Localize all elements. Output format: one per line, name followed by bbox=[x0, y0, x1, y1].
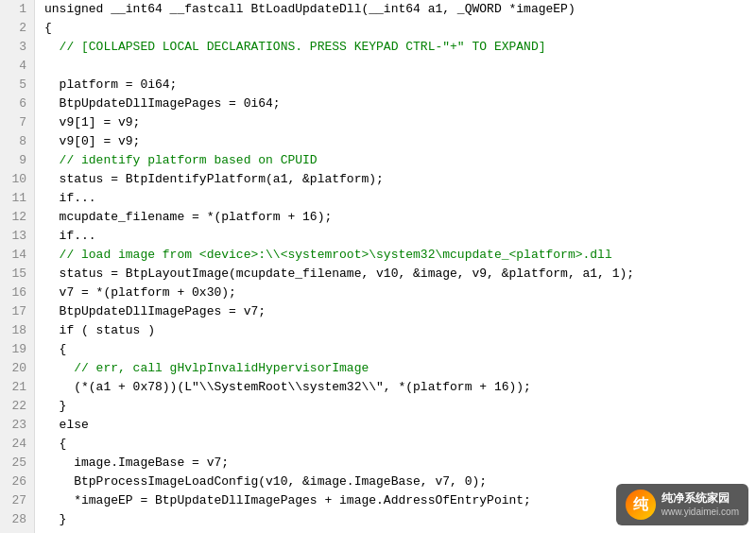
line-num: 11 bbox=[8, 189, 26, 208]
code-line: { bbox=[44, 435, 756, 454]
code-viewer: 1234567891011121314151617181920212223242… bbox=[0, 0, 756, 533]
code-line: if... bbox=[44, 227, 756, 246]
line-num: 22 bbox=[8, 397, 26, 416]
code-line: { bbox=[44, 19, 756, 38]
code-line: platform = 0i64; bbox=[44, 76, 756, 95]
code-line: status = BtpLayoutImage(mcupdate_filenam… bbox=[44, 265, 756, 284]
line-num: 3 bbox=[8, 38, 26, 57]
code-token: { bbox=[44, 19, 52, 38]
code-token: } bbox=[44, 510, 66, 529]
code-token: status = BtpIdentifyPlatform(a1, &platfo… bbox=[44, 170, 384, 189]
line-num: 25 bbox=[8, 454, 26, 473]
code-token: else bbox=[44, 416, 89, 435]
code-token: *imageEP = BtpUpdateDllImagePages + imag… bbox=[44, 491, 531, 510]
line-numbers: 1234567891011121314151617181920212223242… bbox=[0, 0, 35, 533]
code-area: 1234567891011121314151617181920212223242… bbox=[0, 0, 756, 533]
line-num: 12 bbox=[8, 208, 26, 227]
line-num: 28 bbox=[8, 510, 26, 529]
line-num: 2 bbox=[8, 19, 26, 38]
code-token: status = BtpLayoutImage(mcupdate_filenam… bbox=[44, 265, 634, 284]
code-token: if... bbox=[44, 189, 96, 208]
code-line: else bbox=[44, 416, 756, 435]
code-line: } bbox=[44, 397, 756, 416]
watermark: 纯 纯净系统家园 www.yidaimei.com bbox=[616, 484, 748, 525]
code-line: v9[1] = v9; bbox=[44, 113, 756, 132]
code-token: // identify platform based on CPUID bbox=[44, 151, 318, 170]
code-token: } bbox=[44, 397, 66, 416]
code-token: platform = 0i64; bbox=[44, 76, 177, 95]
code-token: unsigned __int64 __fastcall BtLoadUpdate… bbox=[44, 0, 576, 19]
line-num: 1 bbox=[8, 0, 26, 19]
line-num: 8 bbox=[8, 132, 26, 151]
code-token: BtpUpdateDllImagePages = v7; bbox=[44, 302, 266, 321]
line-num: 21 bbox=[8, 378, 26, 397]
line-num: 13 bbox=[8, 227, 26, 246]
line-num: 27 bbox=[8, 491, 26, 510]
code-token: image.ImageBase = v7; bbox=[44, 454, 229, 473]
code-line: // identify platform based on CPUID bbox=[44, 151, 756, 170]
code-line: { bbox=[44, 340, 756, 359]
code-line: unsigned __int64 __fastcall BtLoadUpdate… bbox=[44, 0, 756, 19]
watermark-text: 纯净系统家园 www.yidaimei.com bbox=[662, 491, 739, 519]
code-line: if ( status ) bbox=[44, 321, 756, 340]
code-line: v7 = *(platform + 0x30); bbox=[44, 284, 756, 302]
line-num: 19 bbox=[8, 340, 26, 359]
code-token: if... bbox=[44, 227, 96, 246]
line-num: 14 bbox=[8, 246, 26, 265]
line-num: 9 bbox=[8, 151, 26, 170]
watermark-site-url: www.yidaimei.com bbox=[662, 506, 739, 518]
code-line bbox=[44, 57, 756, 76]
code-line: if... bbox=[44, 189, 756, 208]
line-num: 24 bbox=[8, 435, 26, 454]
code-token: v9[1] = v9; bbox=[44, 113, 140, 132]
line-num: 23 bbox=[8, 416, 26, 435]
code-line: image.ImageBase = v7; bbox=[44, 454, 756, 473]
line-num: 10 bbox=[8, 170, 26, 189]
line-num: 15 bbox=[8, 265, 26, 284]
code-line: BtpUpdateDllImagePages = 0i64; bbox=[44, 95, 756, 113]
code-line: // load image from <device>:\\<systemroo… bbox=[44, 246, 756, 265]
line-num: 26 bbox=[8, 473, 26, 491]
code-token: if ( status ) bbox=[44, 321, 155, 340]
code-token: mcupdate_filename = *(platform + 16); bbox=[44, 208, 332, 227]
code-token: v9[0] = v9; bbox=[44, 132, 140, 151]
line-num: 4 bbox=[8, 57, 26, 76]
code-line: status = BtpIdentifyPlatform(a1, &platfo… bbox=[44, 170, 756, 189]
watermark-site-name: 纯净系统家园 bbox=[662, 491, 739, 507]
code-token: BtpUpdateDllImagePages = 0i64; bbox=[44, 95, 281, 113]
code-token: BtpProcessImageLoadConfig(v10, &image.Im… bbox=[44, 473, 487, 491]
code-line: // err, call gHvlpInvalidHypervisorImage bbox=[44, 359, 756, 378]
line-num: 6 bbox=[8, 95, 26, 113]
code-token: (*(a1 + 0x78))(L"\\SystemRoot\\system32\… bbox=[44, 378, 531, 397]
code-token: { bbox=[44, 340, 66, 359]
line-num: 17 bbox=[8, 302, 26, 321]
code-token: // [COLLAPSED LOCAL DECLARATIONS. PRESS … bbox=[44, 38, 546, 57]
line-num: 16 bbox=[8, 284, 26, 302]
line-num: 20 bbox=[8, 359, 26, 378]
code-line: BtpUpdateDllImagePages = v7; bbox=[44, 302, 756, 321]
code-token: v7 = *(platform + 0x30); bbox=[44, 284, 236, 302]
line-num: 18 bbox=[8, 321, 26, 340]
code-token: // err, call gHvlpInvalidHypervisorImage bbox=[44, 359, 369, 378]
code-line: v9[0] = v9; bbox=[44, 132, 756, 151]
code-line: mcupdate_filename = *(platform + 16); bbox=[44, 208, 756, 227]
code-content[interactable]: unsigned __int64 __fastcall BtLoadUpdate… bbox=[35, 0, 756, 533]
code-line: // [COLLAPSED LOCAL DECLARATIONS. PRESS … bbox=[44, 38, 756, 57]
watermark-logo: 纯 bbox=[626, 490, 656, 520]
line-num: 5 bbox=[8, 76, 26, 95]
code-token: { bbox=[44, 435, 66, 454]
line-num: 7 bbox=[8, 113, 26, 132]
code-line: (*(a1 + 0x78))(L"\\SystemRoot\\system32\… bbox=[44, 378, 756, 397]
code-token: // load image from <device>:\\<systemroo… bbox=[44, 246, 612, 265]
